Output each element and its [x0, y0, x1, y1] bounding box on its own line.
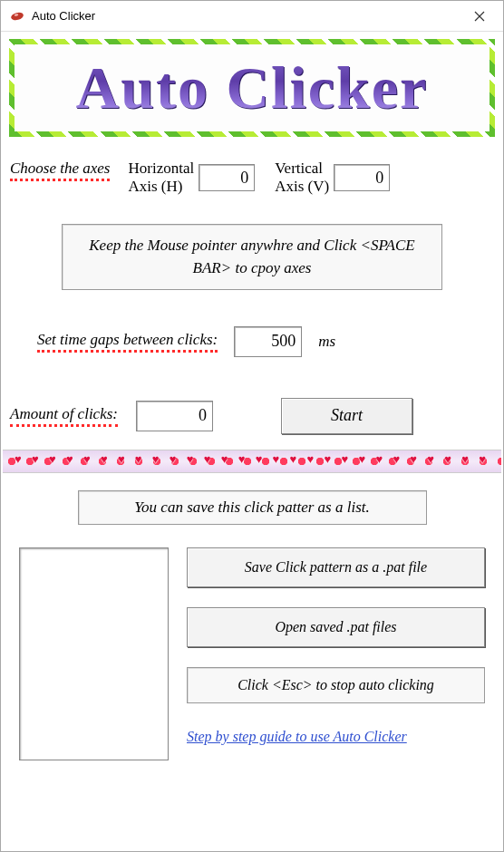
pattern-listbox[interactable]: [19, 547, 169, 760]
choose-axes-label: Choose the axes: [10, 160, 110, 181]
svg-point-0: [10, 11, 24, 21]
amount-label: Amount of clicks:: [10, 405, 118, 427]
vertical-axis-input[interactable]: [334, 164, 390, 191]
start-button[interactable]: Start: [281, 398, 412, 434]
guide-link[interactable]: Step by step guide to use Auto Clicker: [187, 729, 485, 745]
timegap-unit: ms: [318, 333, 335, 351]
timegap-input[interactable]: [234, 326, 302, 357]
open-pattern-button[interactable]: Open saved .pat files: [187, 607, 485, 647]
hearts-divider: [3, 450, 501, 472]
horizontal-axis-label: Horizontal Axis (H): [128, 160, 194, 197]
banner: Auto Clicker: [9, 39, 495, 137]
banner-text: Auto Clicker: [76, 53, 429, 122]
timegap-label: Set time gaps between clicks:: [37, 331, 218, 353]
esc-hint-box: Click <Esc> to stop auto clicking: [187, 667, 485, 703]
close-button[interactable]: [461, 4, 498, 29]
amount-input[interactable]: [136, 401, 213, 431]
save-hint-box: You can save this click patter as a list…: [78, 490, 427, 525]
window-title: Auto Clicker: [32, 9, 95, 23]
app-icon: [10, 9, 24, 24]
vertical-axis-label: Vertical Axis (V): [275, 160, 329, 197]
horizontal-axis-input[interactable]: [199, 164, 255, 191]
save-pattern-button[interactable]: Save Click pattern as a .pat file: [187, 547, 485, 587]
spacebar-hint-box: Keep the Mouse pointer anywhre and Click…: [62, 224, 442, 290]
titlebar: Auto Clicker: [1, 1, 503, 32]
